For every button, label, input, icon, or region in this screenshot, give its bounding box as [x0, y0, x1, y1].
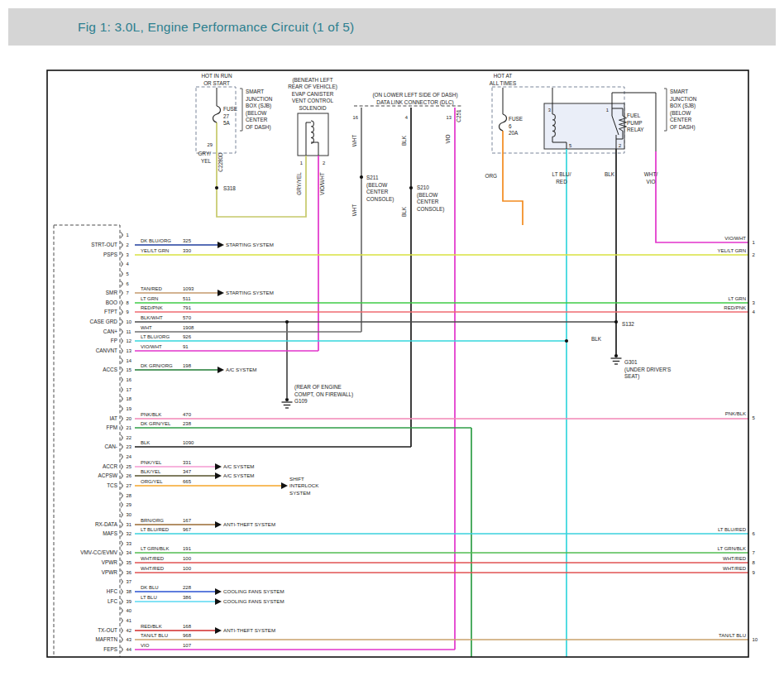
fuse-icon — [213, 106, 221, 122]
label: BLK — [591, 336, 602, 342]
label: FUSE — [509, 116, 523, 122]
pin-bracket — [121, 377, 122, 383]
circuit-number: 168 — [183, 624, 192, 629]
wire-color-label: YEL/LT GRN — [141, 248, 169, 253]
pin-bracket — [121, 502, 122, 508]
pin-number: 30 — [127, 512, 131, 517]
circuit-number: 325 — [183, 238, 192, 243]
label: OF DASH) — [246, 124, 271, 131]
destination-label: INTERLOCK — [289, 482, 319, 488]
edge-number: 6 — [753, 531, 756, 536]
pin-number: 1 — [127, 233, 129, 237]
fuse-icon — [500, 114, 507, 131]
label: BOX (SJB) — [246, 103, 271, 109]
circuit-number: 1093 — [183, 286, 194, 291]
pin-number: 27 — [127, 483, 131, 488]
edge-wire-label: PNK/BLK — [725, 411, 746, 416]
edge-wire-label: TAN/LT BLU — [719, 633, 746, 638]
arrow-icon — [218, 242, 224, 248]
pin-bracket — [121, 338, 122, 344]
label: BLK — [401, 135, 407, 146]
destination-label: A/C SYSTEM — [226, 367, 256, 372]
pin-number: 5 — [127, 271, 129, 276]
pin-name: CAN- — [104, 444, 117, 449]
evap-solenoid-box — [298, 113, 328, 156]
pin-name: FP — [111, 338, 117, 343]
pin-bracket — [121, 281, 122, 287]
destination-label: A/C SYSTEM — [223, 463, 254, 469]
pin-bracket — [121, 464, 122, 470]
label: 1 — [606, 108, 609, 113]
wire-color-label: LT BLU/RED — [141, 527, 170, 532]
label: GRY/ — [198, 151, 211, 156]
pin-name: SMR — [106, 290, 118, 295]
edge-number: 7 — [753, 550, 756, 555]
pin-bracket — [121, 233, 122, 238]
label: RED — [556, 179, 567, 185]
label: 16 — [353, 115, 358, 120]
pin-number: 8 — [127, 300, 129, 305]
splice-dot — [215, 186, 218, 189]
pin-name: IAT — [110, 415, 118, 421]
label: 5A — [223, 120, 231, 126]
wire-color-label: ORG/YEL — [141, 479, 163, 484]
pin-bracket — [121, 589, 122, 595]
pin-number: 36 — [127, 570, 131, 575]
label: FUEL — [627, 113, 641, 118]
pin-name: VPWR — [102, 559, 118, 565]
circuit-number: 331 — [183, 460, 192, 465]
wire-color-label: DK BLU — [141, 585, 159, 590]
wire — [656, 151, 748, 242]
pin-number: 11 — [127, 329, 131, 334]
splice-dot — [565, 339, 568, 343]
pin-number: 43 — [127, 637, 131, 642]
destination-label: ANTI-THEFT SYSTEM — [223, 627, 275, 633]
label: S132 — [622, 321, 634, 327]
pin-name: MAFS — [103, 530, 117, 536]
wire-color-label: LT BLU/ORG — [141, 334, 170, 339]
circuit-number: 347 — [183, 469, 192, 474]
pin-number: 21 — [127, 425, 131, 430]
pin-bracket — [121, 560, 122, 566]
label: SMART — [246, 89, 264, 94]
circuit-number: 386 — [183, 595, 192, 600]
pin-number: 15 — [127, 367, 131, 372]
label: (BELOW — [246, 110, 267, 117]
label: EVAP CANISTER — [292, 91, 334, 97]
wire — [217, 122, 306, 217]
label: 5 — [569, 143, 571, 148]
pin-number: 14 — [127, 358, 132, 363]
circuit-number: 665 — [183, 479, 192, 484]
pin-number: 37 — [127, 579, 131, 584]
pin-number: 20 — [127, 416, 131, 421]
circuit-number: 1090 — [183, 440, 194, 445]
pin-bracket — [121, 541, 122, 547]
label: YEL — [201, 158, 212, 164]
pin-number: 13 — [127, 348, 131, 353]
pin-name: RX-DATA — [95, 521, 118, 527]
pin-bracket — [121, 647, 122, 653]
pin-bracket — [121, 512, 122, 518]
pin-bracket — [121, 329, 122, 335]
circuit-number: 570 — [183, 315, 192, 320]
circuit-number: 238 — [183, 421, 192, 426]
pin-name: CANVNT — [96, 348, 117, 353]
wire-color-label: TAN/LT BLU — [141, 633, 168, 638]
label: LT BLU/ — [552, 171, 571, 177]
pin-name: VMV-CC/EVMV — [80, 549, 117, 555]
edge-wire-label: YEL/LT GRN — [718, 248, 746, 253]
edge-number: 3 — [753, 300, 756, 305]
pin-number: 39 — [127, 599, 131, 604]
pin-number: 16 — [127, 377, 131, 382]
edge-number: 10 — [753, 637, 758, 642]
label: S211 — [366, 175, 379, 180]
splice-dot — [614, 320, 618, 324]
label: OR START — [203, 80, 230, 86]
pin-bracket — [121, 637, 122, 643]
wire-color-label: BLK/YEL — [141, 469, 161, 474]
destination-label: SYSTEM — [289, 490, 310, 496]
pin-name: STRT-OUT — [91, 242, 117, 247]
label: 29 — [208, 142, 213, 147]
label: BOX (SJB) — [670, 103, 696, 109]
wire-color-label: BLK/WHT — [141, 315, 163, 320]
